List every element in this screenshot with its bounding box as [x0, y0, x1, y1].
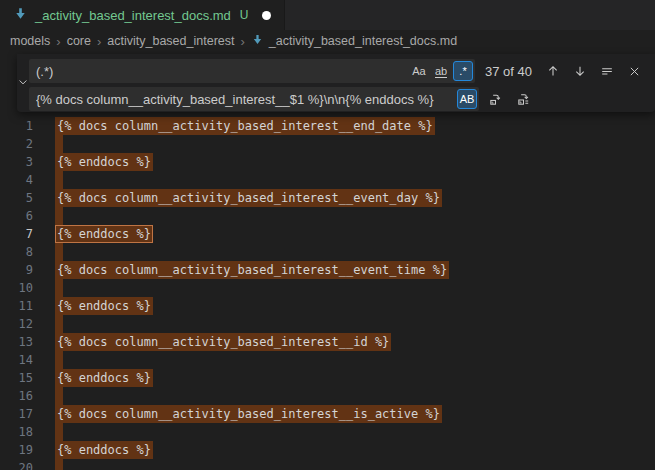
code-line[interactable]: 11{% enddocs %}: [0, 297, 655, 315]
match-case-label: Aa: [412, 65, 425, 77]
find-match-highlight: {% docs column__activity_based_interest_…: [55, 261, 449, 279]
tab-title: _activity_based_interest_docs.md: [35, 8, 231, 23]
code-line[interactable]: 7{% enddocs %}: [0, 225, 655, 243]
find-match-highlight: {% enddocs %}: [55, 297, 153, 315]
find-input[interactable]: (.*) Aa ab .*: [29, 59, 475, 83]
code-line[interactable]: 20: [0, 459, 655, 470]
regex-toggle[interactable]: .*: [453, 61, 473, 81]
code-line[interactable]: 2: [0, 135, 655, 153]
code-line[interactable]: 12: [0, 315, 655, 333]
line-number: 12: [0, 315, 33, 333]
breadcrumb-item-activity-based-interest[interactable]: activity_based_interest: [107, 34, 234, 48]
find-in-selection-button[interactable]: [597, 61, 617, 81]
find-match-empty-highlight: [55, 135, 63, 153]
breadcrumb-file-label: _activity_based_interest_docs.md: [269, 34, 457, 48]
find-match-empty-highlight: [55, 207, 63, 225]
line-number: 5: [0, 189, 33, 207]
whole-word-label: ab: [435, 65, 447, 78]
replace-value-text: {% docs column__activity_based_interest_…: [36, 92, 455, 107]
markdown-file-icon: [13, 6, 28, 25]
preserve-case-toggle[interactable]: AB: [457, 89, 477, 109]
preserve-case-label: AB: [460, 93, 475, 105]
find-match-empty-highlight: [55, 351, 63, 369]
code-line[interactable]: 18: [0, 423, 655, 441]
line-number: 16: [0, 387, 33, 405]
editor[interactable]: 1{% docs column__activity_based_interest…: [0, 52, 655, 470]
tab-bar: _activity_based_interest_docs.md U: [0, 0, 655, 30]
line-number: 20: [0, 459, 33, 470]
find-match-highlight: {% enddocs %}: [55, 225, 153, 243]
breadcrumb-item-file[interactable]: _activity_based_interest_docs.md: [251, 33, 457, 49]
tab-activity-based-interest-docs[interactable]: _activity_based_interest_docs.md U: [0, 0, 285, 30]
code-line[interactable]: 15{% enddocs %}: [0, 369, 655, 387]
markdown-file-icon: [251, 33, 264, 49]
replace-input[interactable]: {% docs column__activity_based_interest_…: [29, 87, 479, 111]
chevron-down-icon: [17, 74, 29, 92]
line-number: 18: [0, 423, 33, 441]
find-match-empty-highlight: [55, 243, 63, 261]
code-line[interactable]: 14: [0, 351, 655, 369]
line-number: 11: [0, 297, 33, 315]
find-match-highlight: {% enddocs %}: [55, 441, 153, 459]
find-match-highlight: {% enddocs %}: [55, 369, 153, 387]
find-replace-widget: (.*) Aa ab .* 37 of 40: [17, 54, 655, 112]
code-line[interactable]: 8: [0, 243, 655, 261]
replace-row: {% docs column__activity_based_interest_…: [29, 87, 650, 111]
arrow-up-icon: [546, 64, 560, 78]
breadcrumb: models › core › activity_based_interest …: [0, 30, 655, 52]
breadcrumb-item-core[interactable]: core: [67, 34, 91, 48]
replace-all-icon: [516, 92, 531, 107]
code-line[interactable]: 16: [0, 387, 655, 405]
line-number: 9: [0, 261, 33, 279]
code-line[interactable]: 13{% docs column__activity_based_interes…: [0, 333, 655, 351]
code-line[interactable]: 9{% docs column__activity_based_interest…: [0, 261, 655, 279]
find-match-empty-highlight: [55, 459, 63, 470]
find-match-empty-highlight: [55, 171, 63, 189]
find-match-highlight: {% docs column__activity_based_interest_…: [55, 189, 442, 207]
code-line[interactable]: 17{% docs column__activity_based_interes…: [0, 405, 655, 423]
chevron-right-icon: ›: [56, 34, 60, 49]
line-number: 3: [0, 153, 33, 171]
line-number: 17: [0, 405, 33, 423]
find-match-empty-highlight: [55, 423, 63, 441]
line-number: 19: [0, 441, 33, 459]
find-match-highlight: {% docs column__activity_based_interest_…: [55, 117, 435, 135]
line-number: 15: [0, 369, 33, 387]
line-number: 14: [0, 351, 33, 369]
find-results-count: 37 of 40: [485, 64, 543, 79]
line-number: 2: [0, 135, 33, 153]
whole-word-toggle[interactable]: ab: [431, 61, 451, 81]
arrow-down-icon: [573, 64, 587, 78]
code-line[interactable]: 1{% docs column__activity_based_interest…: [0, 117, 655, 135]
replace-icon: [488, 92, 503, 107]
code-line[interactable]: 3{% enddocs %}: [0, 153, 655, 171]
replace-all-button[interactable]: [513, 89, 533, 109]
find-match-highlight: {% enddocs %}: [55, 153, 153, 171]
line-number: 10: [0, 279, 33, 297]
next-match-button[interactable]: [570, 61, 590, 81]
line-number: 8: [0, 243, 33, 261]
line-number: 4: [0, 171, 33, 189]
code-line[interactable]: 10: [0, 279, 655, 297]
chevron-right-icon: ›: [240, 34, 244, 49]
find-in-selection-icon: [600, 64, 614, 78]
breadcrumb-item-models[interactable]: models: [10, 34, 50, 48]
match-case-toggle[interactable]: Aa: [409, 61, 429, 81]
git-status-badge: U: [240, 8, 249, 22]
vscode-window: _activity_based_interest_docs.md U model…: [0, 0, 655, 470]
previous-match-button[interactable]: [543, 61, 563, 81]
find-query-text: (.*): [36, 64, 407, 79]
chevron-right-icon: ›: [97, 34, 101, 49]
close-find-widget-button[interactable]: [624, 61, 644, 81]
code-line[interactable]: 6: [0, 207, 655, 225]
line-number: 13: [0, 333, 33, 351]
find-match-highlight: {% docs column__activity_based_interest_…: [55, 405, 442, 423]
code-line[interactable]: 5{% docs column__activity_based_interest…: [0, 189, 655, 207]
code-line[interactable]: 4: [0, 171, 655, 189]
replace-button[interactable]: [485, 89, 505, 109]
line-number: 6: [0, 207, 33, 225]
find-match-empty-highlight: [55, 315, 63, 333]
toggle-replace-button[interactable]: [17, 54, 29, 112]
unsaved-changes-dot[interactable]: [262, 11, 271, 20]
code-line[interactable]: 19{% enddocs %}: [0, 441, 655, 459]
